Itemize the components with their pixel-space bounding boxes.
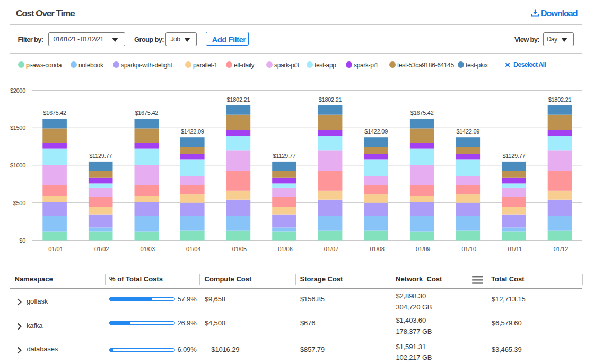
svg-text:$1675.42: $1675.42: [43, 110, 66, 116]
svg-text:01/04: 01/04: [186, 246, 201, 252]
svg-text:$1802.21: $1802.21: [227, 96, 250, 103]
svg-text:$0: $0: [19, 237, 25, 244]
svg-text:$1802.21: $1802.21: [319, 96, 342, 103]
svg-text:$500: $500: [13, 200, 25, 206]
svg-text:01/03: 01/03: [141, 246, 155, 252]
svg-text:01/12: 01/12: [554, 246, 569, 252]
svg-text:$1500: $1500: [10, 125, 25, 131]
svg-text:$1422.09: $1422.09: [364, 128, 388, 135]
svg-text:01/09: 01/09: [416, 246, 431, 252]
svg-text:$1802.21: $1802.21: [548, 96, 572, 103]
svg-text:$1129.77: $1129.77: [273, 153, 296, 159]
svg-text:$2000: $2000: [10, 87, 25, 94]
svg-text:$1675.42: $1675.42: [410, 110, 434, 116]
svg-text:01/02: 01/02: [94, 246, 109, 252]
svg-text:$1422.09: $1422.09: [456, 128, 479, 135]
svg-text:01/01: 01/01: [48, 246, 63, 252]
svg-text:$1000: $1000: [10, 162, 25, 168]
svg-text:01/05: 01/05: [232, 246, 247, 252]
svg-text:01/07: 01/07: [324, 246, 339, 252]
svg-text:$1129.77: $1129.77: [502, 153, 525, 159]
svg-text:01/11: 01/11: [508, 246, 522, 252]
svg-text:01/10: 01/10: [462, 246, 477, 252]
svg-text:$1129.77: $1129.77: [89, 153, 112, 159]
svg-text:01/08: 01/08: [370, 246, 385, 252]
svg-text:01/06: 01/06: [278, 246, 293, 252]
svg-text:$1675.42: $1675.42: [135, 110, 158, 116]
svg-text:$1422.09: $1422.09: [181, 128, 204, 135]
